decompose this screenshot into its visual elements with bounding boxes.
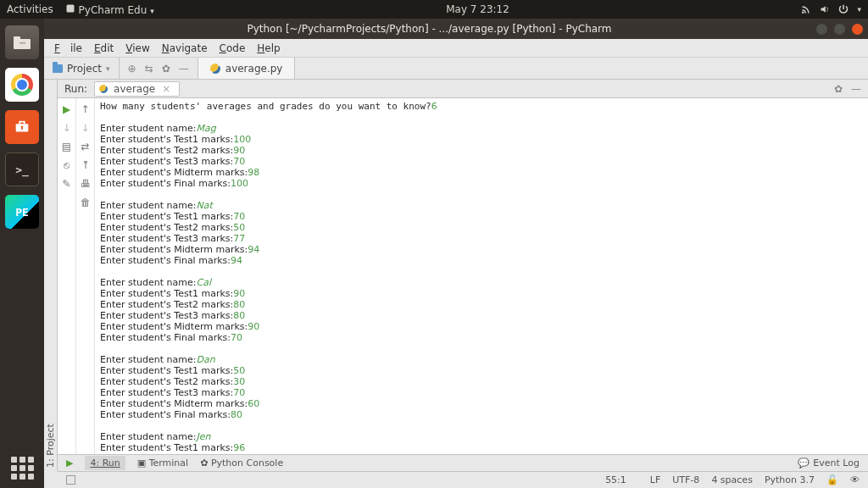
toolwindow-run[interactable]: 4: Run — [85, 456, 125, 470]
stripe-project-button[interactable]: 1: Project — [45, 80, 56, 471]
svg-point-1 — [803, 12, 804, 14]
gnome-top-bar: Activities PyCharm Edu May 7 23:12 ▾ — [0, 0, 868, 19]
tab-average-py[interactable]: average.py — [198, 58, 296, 79]
chevron-down-icon: ▾ — [106, 64, 110, 73]
files-icon — [13, 35, 31, 50]
menu-code[interactable]: Code — [214, 41, 251, 56]
dock-pycharm[interactable]: PE — [5, 195, 39, 229]
svg-rect-3 — [14, 36, 20, 40]
close-icon[interactable]: × — [162, 83, 170, 95]
menu-file[interactable]: File — [49, 41, 87, 56]
down-icon[interactable]: ↓ — [81, 122, 89, 134]
volume-icon — [820, 4, 830, 14]
run-left-gutter: ▶ ↓ ▤ ⎋ ✎ — [58, 98, 76, 454]
menu-navigate[interactable]: Navigate — [157, 41, 213, 56]
run-label: Run: — [64, 83, 87, 95]
svg-rect-2 — [14, 39, 31, 49]
svg-rect-0 — [66, 4, 74, 12]
rerun-icon[interactable]: ▶ — [63, 103, 70, 115]
event-log-button[interactable]: 💬 Event Log — [798, 458, 860, 469]
filter-icon[interactable]: ⎋ — [64, 159, 70, 171]
folder-icon — [53, 64, 63, 73]
layout-icon[interactable]: ▤ — [62, 141, 71, 152]
toolwindow-terminal[interactable]: ▣ Terminal — [137, 458, 188, 469]
project-tools: ⊕ ⇆ ✿ — — [120, 58, 198, 79]
softwrap-icon[interactable]: ⇄ — [81, 141, 89, 152]
locate-icon[interactable]: ⊕ — [128, 63, 136, 75]
status-hector-icon[interactable]: 👁 — [850, 474, 860, 485]
pin-icon[interactable]: ✎ — [62, 178, 70, 190]
status-encoding[interactable]: UTF-8 — [672, 474, 699, 485]
status-caret-pos[interactable]: 55:1 — [605, 474, 626, 485]
toolwindow-python-console[interactable]: ✿ Python Console — [200, 458, 283, 469]
dock-show-apps[interactable] — [11, 457, 34, 480]
collapse-icon[interactable]: ⇆ — [145, 63, 153, 75]
scroll-icon[interactable]: ⤒ — [81, 159, 90, 171]
left-stripe: 1: Project — [44, 80, 58, 471]
status-toolwindows-icon[interactable] — [66, 475, 75, 485]
software-icon — [13, 118, 31, 136]
svg-rect-4 — [19, 42, 25, 44]
menu-help[interactable]: Help — [252, 41, 285, 56]
window-maximize[interactable] — [834, 24, 845, 35]
run-config-name: average — [114, 83, 155, 95]
run-indicator-icon: ▶ — [66, 458, 73, 469]
stop-icon[interactable]: ↓ — [62, 122, 70, 134]
chevron-down-icon: ▾ — [857, 5, 861, 14]
gear-icon[interactable]: ✿ — [162, 63, 170, 75]
menu-edit[interactable]: Edit — [89, 41, 119, 56]
status-indent[interactable]: 4 spaces — [711, 474, 753, 485]
power-icon — [838, 4, 849, 14]
trash-icon[interactable]: 🗑 — [81, 197, 91, 208]
status-interpreter[interactable]: Python 3.7 — [765, 474, 815, 485]
project-toolwindow-label: Project — [67, 63, 102, 75]
tab-label: average.py — [225, 63, 283, 75]
system-tray[interactable]: ▾ — [801, 4, 861, 14]
chrome-icon — [11, 74, 33, 96]
console-output[interactable]: How many students' averages and grades d… — [95, 98, 868, 454]
run-header: Run: average× ✿ — — [58, 80, 868, 98]
dock-software[interactable] — [5, 110, 39, 144]
network-icon — [801, 4, 811, 14]
status-bar: 55:1 LF UTF-8 4 spaces Python 3.7 🔓 👁 — [58, 471, 868, 488]
activities-button[interactable]: Activities — [7, 3, 53, 15]
hide-icon[interactable]: — — [851, 83, 861, 95]
window-minimize[interactable] — [816, 24, 827, 35]
pycharm-window: Python [~/PycharmProjects/Python] - .../… — [44, 19, 868, 488]
appmenu-pycharm[interactable]: PyCharm Edu — [65, 3, 154, 16]
print-icon[interactable]: 🖶 — [81, 178, 91, 190]
status-readonly-icon[interactable]: 🔓 — [826, 474, 838, 485]
gear-icon[interactable]: ✿ — [834, 83, 843, 95]
menu-view[interactable]: View — [120, 41, 154, 56]
editor-tabs-row: Project ▾ ⊕ ⇆ ✿ — average.py — [44, 58, 868, 80]
hide-icon[interactable]: — — [179, 63, 189, 75]
window-titlebar: Python [~/PycharmProjects/Python] - .../… — [44, 19, 868, 39]
run-config-tab[interactable]: average× — [94, 81, 180, 97]
window-title: Python [~/PycharmProjects/Python] - .../… — [49, 23, 810, 35]
up-icon[interactable]: ↑ — [81, 103, 89, 115]
appmenu-label: PyCharm Edu — [79, 4, 147, 16]
status-eol[interactable]: LF — [650, 474, 660, 485]
launcher-dock: PE — [0, 19, 44, 488]
window-close[interactable] — [852, 24, 863, 35]
run-toolwindow: ▶ ↓ ▤ ⎋ ✎ ↑ ↓ ⇄ ⤒ 🖶 🗑 How many students'… — [58, 98, 868, 454]
dock-terminal[interactable] — [5, 152, 39, 186]
bottom-stripe: ▶ 4: Run ▣ Terminal ✿ Python Console 💬 E… — [58, 454, 868, 471]
dock-files[interactable] — [5, 25, 39, 59]
project-toolwindow-button[interactable]: Project ▾ — [44, 58, 120, 79]
pycharm-menu-icon — [65, 3, 75, 14]
dock-chrome[interactable] — [5, 68, 39, 102]
python-file-icon — [210, 64, 220, 74]
main-menu-bar: File Edit View Navigate Code Help — [44, 39, 868, 58]
run-second-gutter: ↑ ↓ ⇄ ⤒ 🖶 🗑 — [76, 98, 95, 454]
clock[interactable]: May 7 23:12 — [154, 3, 802, 15]
